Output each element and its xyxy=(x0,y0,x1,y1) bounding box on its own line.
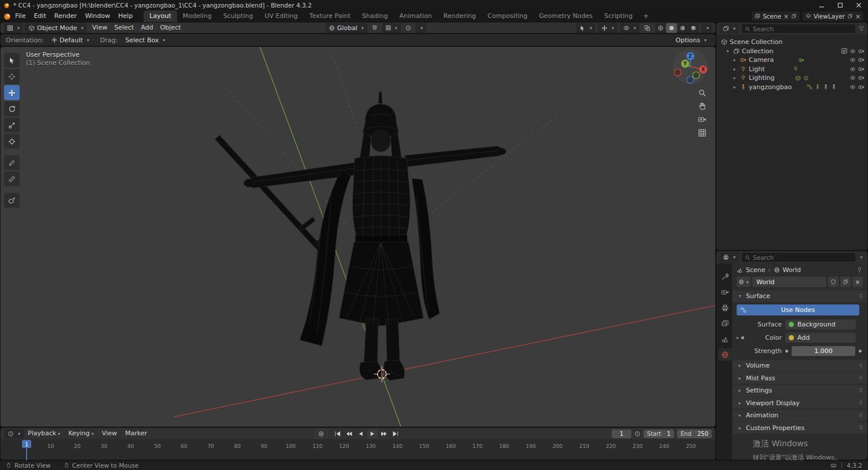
hide-viewport-icon[interactable] xyxy=(849,84,856,90)
viewlayer-remove-icon[interactable]: × xyxy=(855,13,860,20)
hide-viewport-icon[interactable] xyxy=(849,66,856,72)
outliner-row-lighting[interactable]: ▸ Lighting xyxy=(716,74,867,83)
outliner-row-yangzongbao[interactable]: ▸ yangzongbao xyxy=(716,83,867,92)
workspace-tab-geometry-nodes[interactable]: Geometry Nodes xyxy=(533,10,598,22)
move-tool[interactable] xyxy=(4,85,20,100)
workspace-tab-uv-editing[interactable]: UV Editing xyxy=(259,10,303,22)
close-button[interactable] xyxy=(849,0,868,10)
breadcrumb-world[interactable]: World xyxy=(783,266,801,274)
camera-view-icon[interactable] xyxy=(698,115,707,124)
shading-wireframe-button[interactable] xyxy=(655,23,666,33)
workspace-tab-sculpting[interactable]: Sculpting xyxy=(218,10,259,22)
viewport-menu-select[interactable]: Select xyxy=(111,22,137,34)
jump-to-end-button[interactable] xyxy=(390,429,401,438)
add-cube-tool[interactable] xyxy=(4,193,20,208)
collection-checkbox[interactable]: ✓ xyxy=(841,48,847,54)
viewport-3d[interactable]: User Perspective (1) Scene Collection xyxy=(0,46,716,427)
tab-view-layer[interactable] xyxy=(718,317,732,329)
snap-toggle[interactable] xyxy=(369,23,380,33)
panel-volume[interactable]: ▸Volume⠿ xyxy=(733,360,867,372)
workspace-tab-layout[interactable]: Layout xyxy=(144,10,176,22)
shading-rendered-button[interactable] xyxy=(688,23,699,33)
cursor-tool[interactable] xyxy=(4,69,20,84)
hide-viewport-icon[interactable] xyxy=(849,57,856,63)
color-value-field[interactable]: Add xyxy=(785,333,856,343)
workspace-tab-shading[interactable]: Shading xyxy=(356,10,394,22)
frame-end-field[interactable]: End250 xyxy=(677,429,712,438)
transform-tool[interactable] xyxy=(4,134,20,149)
filter-icon[interactable] xyxy=(858,25,865,32)
disable-render-icon[interactable] xyxy=(858,84,865,90)
surface-shader-field[interactable]: Background xyxy=(785,320,856,329)
properties-search[interactable] xyxy=(742,253,855,262)
gizmos-dropdown[interactable] xyxy=(598,23,617,33)
tab-render[interactable] xyxy=(718,286,732,298)
workspace-tab-scripting[interactable]: Scripting xyxy=(598,10,638,22)
shading-settings-dropdown[interactable] xyxy=(701,23,712,33)
xray-toggle[interactable] xyxy=(642,23,653,33)
viewlayer-new-icon[interactable] xyxy=(847,13,853,19)
blender-menu-icon[interactable] xyxy=(3,13,11,20)
breadcrumb-scene[interactable]: Scene xyxy=(746,266,766,274)
orientation-setting-dropdown[interactable]: Default xyxy=(48,35,93,45)
options-dropdown[interactable]: Options xyxy=(672,35,710,45)
disclosure-icon[interactable]: ▸ xyxy=(731,57,738,63)
maximize-button[interactable] xyxy=(831,0,849,10)
prev-keyframe-button[interactable] xyxy=(344,429,355,438)
pin-icon[interactable] xyxy=(856,267,863,273)
workspace-tab-modeling[interactable]: Modeling xyxy=(177,10,218,22)
panel-mist-pass[interactable]: ▸Mist Pass⠿ xyxy=(733,372,867,384)
use-nodes-button[interactable]: Use Nodes xyxy=(737,304,859,315)
play-button[interactable] xyxy=(367,429,378,438)
select-box-tool[interactable] xyxy=(4,53,20,68)
workspace-tab-texture-paint[interactable]: Texture Paint xyxy=(304,10,356,22)
shading-solid-button[interactable] xyxy=(666,23,677,33)
menu-help[interactable]: Help xyxy=(114,10,137,22)
character-mesh[interactable] xyxy=(215,91,506,380)
strength-slider[interactable]: 1.000 xyxy=(792,346,855,356)
outliner-search-input[interactable] xyxy=(753,25,852,32)
navigation-gizmo[interactable]: Z X Y xyxy=(672,49,708,85)
timeline-menu-playback[interactable]: Playback xyxy=(24,428,64,440)
transform-orientation-dropdown[interactable]: Global xyxy=(325,23,367,33)
panel-custom-properties[interactable]: ▸Custom Properties⠿ xyxy=(733,422,867,434)
workspace-tab-animation[interactable]: Animation xyxy=(393,10,437,22)
tab-tool[interactable] xyxy=(718,270,732,282)
workspace-tab-compositing[interactable]: Compositing xyxy=(482,10,534,22)
timeline-menu-marker[interactable]: Marker xyxy=(121,428,151,440)
hide-viewport-icon[interactable] xyxy=(849,75,856,81)
scene-new-icon[interactable] xyxy=(791,13,797,19)
decorator-dot-icon[interactable] xyxy=(741,336,744,339)
timeline-menu-view[interactable]: View xyxy=(98,428,121,440)
disclosure-icon[interactable]: ▸ xyxy=(731,85,738,90)
mode-dropdown[interactable]: Object Mode xyxy=(25,23,87,33)
disable-render-icon[interactable] xyxy=(858,75,865,81)
snap-settings-dropdown[interactable] xyxy=(382,23,401,33)
outliner-row-light[interactable]: ▸ Light xyxy=(716,65,867,74)
outliner-row-camera[interactable]: ▸ Camera xyxy=(716,56,867,65)
hide-viewport-icon[interactable] xyxy=(849,48,856,54)
tab-scene[interactable] xyxy=(718,333,732,345)
viewport-menu-add[interactable]: Add xyxy=(137,22,156,34)
timeline-ruler[interactable]: 1 10203040506070809010011012013014015016… xyxy=(1,439,715,460)
new-datablock-button[interactable] xyxy=(840,277,851,287)
auto-keyframe-toggle[interactable] xyxy=(315,429,328,438)
next-keyframe-button[interactable] xyxy=(378,429,389,438)
disable-render-icon[interactable] xyxy=(858,66,865,72)
unlink-datablock-button[interactable]: × xyxy=(852,277,863,287)
properties-filter-dropdown[interactable]: ▾ xyxy=(858,255,865,260)
workspace-tab-rendering[interactable]: Rendering xyxy=(437,10,481,22)
annotate-tool[interactable] xyxy=(4,155,20,170)
menu-file[interactable]: File xyxy=(11,10,30,22)
outliner-search[interactable] xyxy=(742,24,855,33)
disable-render-icon[interactable] xyxy=(858,57,865,63)
shading-material-button[interactable] xyxy=(677,23,688,33)
minimize-button[interactable] xyxy=(812,0,831,10)
editor-type-button[interactable] xyxy=(3,23,23,33)
disclosure-icon[interactable]: ▸ xyxy=(731,75,738,80)
world-name-field[interactable]: World xyxy=(752,277,826,287)
outliner-row-collection[interactable]: ▾ Collection ✓ xyxy=(716,47,867,56)
selectability-dropdown[interactable] xyxy=(576,23,595,33)
drag-setting-dropdown[interactable]: Select Box xyxy=(122,35,168,45)
pan-hand-icon[interactable] xyxy=(698,102,707,111)
